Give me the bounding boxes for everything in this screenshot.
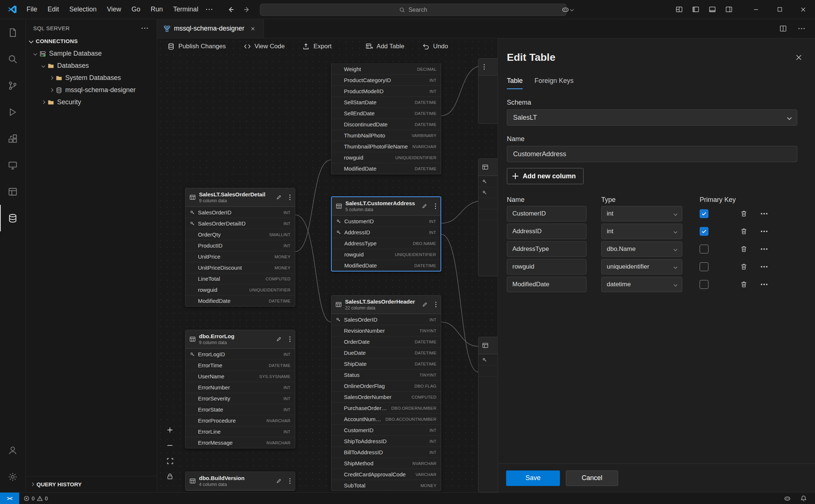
column-row[interactable]: CustomerID INT [332, 216, 440, 227]
primary-key-checkbox[interactable] [700, 280, 708, 289]
add-new-column-button[interactable]: Add new column [507, 168, 584, 184]
column-row[interactable]: SalesOrderNumber COMPUTED [331, 391, 441, 402]
table-more-icon[interactable] [433, 202, 438, 210]
layout-icon[interactable] [0, 178, 25, 205]
diagram-table-sales-order-detail[interactable]: SalesLT.SalesOrderDetail 9 column data S… [185, 188, 295, 307]
diagram-table-product-partial[interactable]: Weight DECIMAL ProductCategoryID INT Pro [331, 63, 441, 174]
layout-sidebar-right-icon[interactable] [722, 4, 735, 15]
edit-table-icon[interactable] [419, 201, 430, 211]
column-name-input[interactable] [507, 259, 586, 274]
column-row[interactable]: OrderDate DATETIME [331, 336, 441, 347]
bell-icon[interactable] [797, 493, 810, 504]
column-row[interactable]: ErrorState INT [185, 404, 295, 415]
tab-close-icon[interactable] [248, 24, 258, 34]
search-icon[interactable] [0, 46, 25, 72]
column-more-icon[interactable] [759, 246, 770, 252]
maximize-icon[interactable] [768, 0, 791, 19]
column-type-select[interactable]: int [601, 224, 682, 239]
tree-item-databases[interactable]: Databases [26, 60, 157, 72]
column-row[interactable]: AccountNumber DBO.ACCOUNTNUMBER [331, 413, 441, 424]
column-row[interactable]: ErrorSeverity INT [185, 393, 295, 404]
column-row[interactable]: UnitPrice MONEY [185, 251, 295, 262]
column-type-select[interactable]: dbo.Name [601, 241, 682, 257]
remote-explorer-icon[interactable] [0, 152, 25, 178]
export-button[interactable]: Export [302, 43, 331, 50]
menu-terminal[interactable]: Terminal [168, 3, 203, 15]
column-row[interactable]: DueDate DATETIME [331, 347, 441, 358]
query-history-section-header[interactable]: QUERY HISTORY [26, 476, 157, 492]
menu-go[interactable]: Go [127, 3, 145, 15]
column-row[interactable]: ShipDate DATETIME [331, 358, 441, 369]
sql-server-icon[interactable] [0, 205, 25, 231]
copilot-icon[interactable] [781, 493, 794, 504]
editor-more-actions-icon[interactable] [796, 26, 807, 32]
column-row[interactable]: ThumbnailPhotoFileName NVARCHAR [331, 141, 441, 152]
diagram-table-build-version[interactable]: dbo.BuildVersion 4 column data [185, 472, 295, 491]
column-more-icon[interactable] [759, 228, 770, 234]
layout-customize-icon[interactable] [673, 4, 686, 15]
column-row[interactable]: ErrorNumber INT [185, 382, 295, 393]
split-editor-icon[interactable] [777, 23, 790, 34]
cancel-button[interactable]: Cancel [566, 470, 618, 486]
delete-column-icon[interactable] [739, 279, 749, 290]
tree-item-system-databases[interactable]: System Databases [26, 72, 157, 84]
column-row[interactable]: UnitPriceDiscount MONEY [185, 262, 295, 273]
sidebar-more-icon[interactable] [139, 25, 150, 31]
source-control-icon[interactable] [0, 72, 25, 99]
column-row[interactable]: ErrorTime DATETIME [185, 360, 295, 371]
edit-table-icon[interactable] [273, 192, 285, 202]
column-row[interactable]: ShipToAddressID INT [331, 435, 441, 447]
column-row[interactable]: UserName SYS.SYSNAME [185, 371, 295, 382]
column-row[interactable]: Status TINYINT [331, 369, 441, 380]
menu-view[interactable]: View [102, 3, 126, 15]
column-row[interactable]: SalesOrderDetailID INT [185, 218, 295, 229]
undo-button[interactable]: Undo [422, 43, 448, 50]
column-row[interactable]: ErrorProcedure NVARCHAR [185, 415, 295, 426]
nav-back-button[interactable] [224, 4, 237, 15]
column-name-input[interactable] [507, 277, 586, 292]
column-row[interactable]: rowguid UNIQUEIDENTIFIER [185, 284, 295, 295]
explorer-icon[interactable] [0, 19, 25, 46]
more-menus-icon[interactable] [204, 7, 215, 13]
table-more-icon[interactable] [288, 193, 292, 202]
column-row[interactable]: ProductCategoryID INT [331, 74, 441, 85]
layout-panel-icon[interactable] [706, 4, 719, 15]
schema-select[interactable]: SalesLT [507, 109, 797, 126]
column-row[interactable]: Weight DECIMAL [331, 63, 441, 74]
column-row[interactable]: SellEndDate DATETIME [331, 108, 441, 119]
column-row[interactable]: ErrorLogID INT [185, 349, 295, 360]
column-row[interactable]: ModifiedDate DATETIME [185, 295, 295, 306]
primary-key-checkbox[interactable] [700, 262, 708, 271]
tab-mssql-schema-designer[interactable]: mssql-schema-designer [157, 19, 264, 38]
column-name-input[interactable] [507, 241, 586, 257]
nav-forward-button[interactable] [240, 4, 254, 15]
column-row[interactable]: AddressType DBO.NAME [332, 238, 440, 249]
column-row[interactable]: ErrorMessage NVARCHAR [185, 437, 295, 448]
edit-table-icon[interactable] [273, 334, 285, 344]
primary-key-checkbox[interactable] [700, 245, 708, 253]
edit-table-icon[interactable] [419, 300, 431, 309]
tree-item-security[interactable]: Security [26, 96, 157, 108]
connections-section-header[interactable]: CONNECTIONS [26, 34, 157, 48]
column-row[interactable]: SubTotal MONEY [331, 480, 441, 491]
command-center-search[interactable]: Search [260, 4, 567, 16]
fit-view-icon[interactable] [164, 455, 175, 466]
diagram-table-partial[interactable] [478, 58, 499, 124]
column-type-select[interactable]: int [601, 206, 682, 221]
column-more-icon[interactable] [759, 211, 770, 217]
column-row[interactable]: ThumbNailPhoto VARBINARY [331, 130, 441, 141]
table-more-icon[interactable] [434, 300, 438, 309]
minimize-icon[interactable] [744, 0, 768, 19]
column-row[interactable]: ModifiedDate DATETIME [332, 260, 440, 271]
zoom-out-icon[interactable] [164, 440, 175, 451]
edit-table-icon[interactable] [273, 476, 285, 486]
column-row[interactable]: ErrorLine INT [185, 426, 295, 437]
column-row[interactable]: CreditCardApprovalCode VARCHAR [331, 469, 441, 480]
layout-sidebar-left-icon[interactable] [689, 4, 702, 15]
diagram-table-error-log[interactable]: dbo.ErrorLog 9 column data ErrorLogID IN… [185, 330, 295, 448]
diagram-table-customer-address[interactable]: SalesLT.CustomerAddress 5 column data Cu… [331, 196, 441, 272]
column-row[interactable]: SalesOrderID INT [185, 207, 295, 218]
add-table-button[interactable]: Add Table [366, 43, 404, 50]
close-icon[interactable] [791, 0, 815, 19]
column-type-select[interactable]: uniqueidentifier [601, 259, 682, 274]
